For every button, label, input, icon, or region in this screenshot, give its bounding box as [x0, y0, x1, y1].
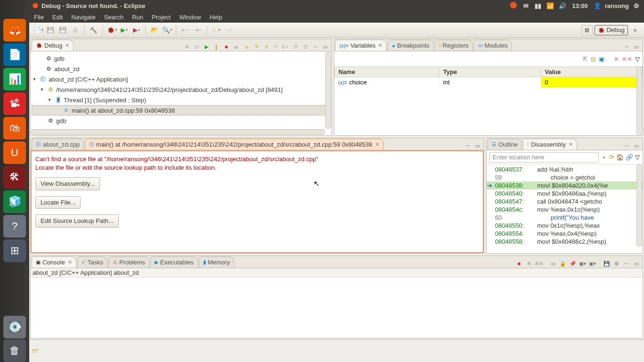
save-console-icon[interactable]: 💾 — [603, 259, 611, 268]
tree-proc[interactable]: /home/ransong/\346\241\214\351\235\242/p… — [56, 86, 283, 93]
save-button[interactable]: 💾 — [45, 25, 56, 35]
scrollbar-vertical[interactable] — [325, 52, 331, 129]
menu-project[interactable]: Project — [152, 14, 171, 21]
problems-tab[interactable]: ⚠Problems — [108, 256, 149, 268]
registers-tab[interactable]: ⦙⦙Registers — [435, 40, 473, 51]
console-tab[interactable]: ▣Console✕ — [32, 256, 76, 268]
locate-file-button[interactable]: Locate File... — [35, 196, 81, 209]
open-folder-button[interactable]: 📂 — [149, 25, 160, 35]
maximize-icon[interactable]: ▭ — [632, 259, 641, 268]
perspective-debug[interactable]: 🐞 Debug — [594, 25, 628, 35]
indicator-user-icon[interactable]: 👤 — [593, 2, 602, 9]
tree-aboutzd[interactable]: about_zd — [54, 66, 80, 73]
editor-tab-main[interactable]: ⓒmain() at /home/ransong/\346\241\214\35… — [85, 139, 383, 150]
maximize-icon[interactable]: ▭ — [321, 42, 330, 51]
minimize-icon[interactable]: ─ — [622, 42, 631, 51]
perspective-more[interactable]: » — [630, 25, 640, 35]
indicator-battery-icon[interactable]: ▮▮ — [533, 2, 543, 9]
print-button[interactable]: 🖨 — [70, 25, 80, 35]
terminate-icon[interactable]: ■ — [515, 259, 523, 268]
minimize-icon[interactable]: ─ — [463, 141, 472, 150]
nav-prev-button[interactable]: ⇤ — [180, 25, 190, 35]
save-all-button[interactable]: 💾 — [58, 25, 68, 35]
maximize-icon[interactable]: ▭ — [632, 42, 641, 51]
remove-all-terminated-icon[interactable]: ✖✖ — [535, 259, 543, 268]
launcher-impress-icon[interactable]: 📽 — [3, 92, 26, 115]
open-console-icon[interactable]: ▣▾ — [588, 259, 597, 268]
outline-tab[interactable]: ☰Outline — [487, 139, 522, 150]
tree-app[interactable]: about_zd [C/C++ Application] — [49, 76, 128, 83]
window-close-icon[interactable] — [32, 2, 39, 9]
view-disassembly-button[interactable]: View Disassembly... — [35, 177, 100, 190]
launcher-settings-icon[interactable]: 🛠 — [3, 166, 26, 189]
home-icon[interactable]: 🏠 — [616, 154, 624, 161]
resume-icon[interactable]: ▶ — [202, 42, 211, 51]
disassembly-tab[interactable]: ⦙⦙Disassembly✕ — [523, 139, 577, 150]
scroll-lock-icon[interactable]: 🔒 — [559, 259, 567, 268]
memory-tab[interactable]: ▮Memory — [199, 256, 234, 268]
view-menu-icon[interactable]: ▽ — [635, 56, 640, 63]
close-icon[interactable]: ✕ — [65, 42, 69, 49]
scrollbar-horizontal[interactable] — [31, 129, 325, 135]
menu-window[interactable]: Window — [179, 14, 201, 21]
launcher-calc-icon[interactable]: 📊 — [3, 68, 26, 90]
add-global-icon[interactable]: ▣ — [599, 56, 604, 63]
tree-frame[interactable]: main() at about_zd.cpp:59 0x8048538 — [72, 107, 175, 114]
launcher-ubuntuone-icon[interactable]: U — [3, 141, 26, 164]
back-button[interactable]: ← — [211, 25, 221, 35]
nav-next-button[interactable]: ⇥ — [192, 25, 203, 35]
minimize-icon[interactable]: ─ — [622, 259, 631, 268]
show-type-icon[interactable]: ⇱ — [583, 56, 588, 63]
indicator-network-icon[interactable]: 📶 — [545, 2, 555, 9]
menu-navigate[interactable]: Navigate — [71, 14, 95, 21]
step-over-icon[interactable]: ↷ — [252, 42, 260, 51]
launcher-software-icon[interactable]: 🛍 — [3, 117, 26, 140]
remove-all-icon[interactable]: ✖✖ — [622, 56, 632, 63]
display-selected-icon[interactable]: ▣▾ — [578, 259, 587, 268]
run-button[interactable]: ▶ — [119, 25, 129, 35]
maximize-icon[interactable]: ▭ — [473, 141, 482, 150]
edit-source-lookup-button[interactable]: Edit Source Lookup Path... — [35, 214, 119, 228]
debug-tab[interactable]: 🐞Debug✕ — [32, 40, 74, 51]
launcher-help-icon[interactable]: ? — [3, 215, 26, 238]
tasks-tab[interactable]: ✓Tasks — [77, 256, 107, 268]
menu-file[interactable]: File — [34, 14, 44, 21]
menu-help[interactable]: Help — [209, 14, 222, 21]
tree-gdb[interactable]: gdb — [54, 55, 65, 62]
step-return-icon[interactable]: ↗ — [262, 42, 270, 51]
pin-console-icon[interactable]: 📌 — [569, 259, 577, 268]
close-icon[interactable]: ✕ — [569, 141, 573, 148]
clear-console-icon[interactable]: ▭ — [549, 259, 557, 268]
col-value[interactable]: Value — [541, 67, 643, 77]
step-filters-icon[interactable]: ⚙ — [291, 42, 300, 51]
close-icon[interactable]: ✕ — [378, 42, 382, 49]
indicator-clock[interactable]: 13:00 — [570, 2, 589, 9]
profile-button[interactable]: ▶ — [131, 25, 141, 35]
minimize-icon[interactable]: ─ — [622, 141, 631, 150]
collapse-all-icon[interactable]: ⊟ — [591, 56, 596, 63]
menu-edit[interactable]: Edit — [52, 14, 63, 21]
location-dropdown-icon[interactable]: ▾ — [601, 152, 607, 163]
tree-gdb2[interactable]: gdb — [56, 117, 66, 124]
tree-thread[interactable]: Thread [1] (Suspended : Step) — [64, 97, 146, 104]
executables-tab[interactable]: ▶Executables — [150, 256, 198, 268]
step-into-icon[interactable]: ↘ — [242, 42, 250, 51]
indicator-mail-icon[interactable]: ✉ — [521, 2, 530, 9]
modules-tab[interactable]: ▭Modules — [474, 40, 512, 51]
launcher-cube-icon[interactable]: 🧊 — [3, 190, 26, 213]
status-icon[interactable]: ⊓° — [32, 348, 39, 354]
link-icon[interactable]: 🔗 — [626, 154, 633, 161]
variable-row[interactable]: (x)= choice int 0 — [335, 77, 643, 88]
location-input[interactable]: Enter location here — [489, 152, 599, 163]
forward-button[interactable]: → — [223, 25, 233, 35]
indicator-session-icon[interactable]: ⚙ — [632, 2, 641, 9]
view-menu-icon[interactable]: ▽ — [301, 42, 310, 51]
variables-tab[interactable]: (x)=Variables✕ — [335, 40, 387, 51]
disconnect-icon[interactable]: ⏏ — [232, 42, 240, 51]
remove-all-terminated-icon[interactable]: ✖ — [182, 42, 191, 51]
instruction-step-icon[interactable]: i→ — [281, 42, 290, 51]
remove-launch-icon[interactable]: ✖ — [525, 259, 533, 268]
disassembly-listing[interactable]: 08048537: add %al,%bh59 choice = getchoi… — [487, 165, 643, 247]
launcher-drive-icon[interactable]: 💽 — [3, 316, 26, 338]
close-icon[interactable]: ✕ — [68, 259, 72, 265]
